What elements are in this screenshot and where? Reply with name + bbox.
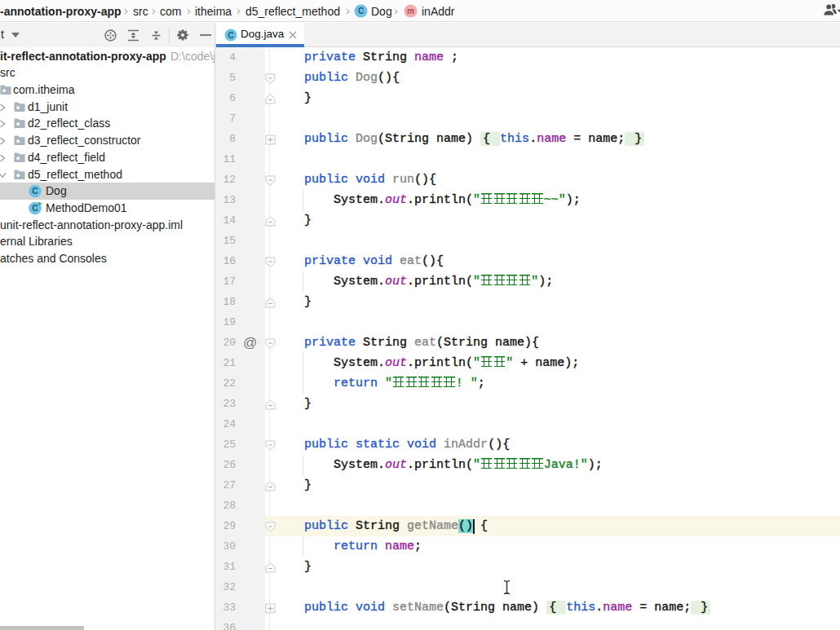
svg-text:C: C (358, 7, 364, 15)
svg-text:C: C (32, 187, 38, 196)
svg-text:m: m (407, 7, 414, 15)
svg-text:C: C (32, 203, 38, 213)
svg-text:C: C (228, 31, 233, 40)
